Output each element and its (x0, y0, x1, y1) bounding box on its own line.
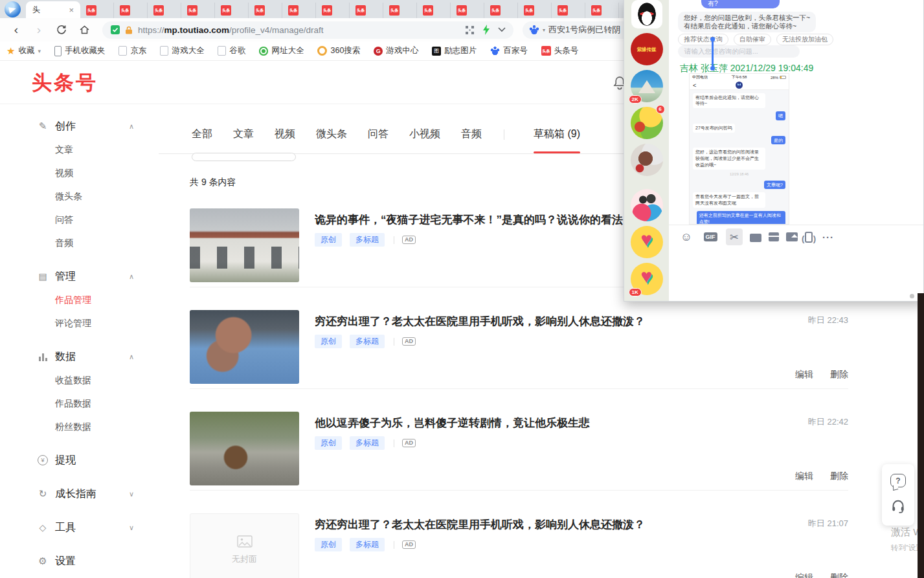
content-tab[interactable]: 音频 (461, 128, 482, 153)
qq-avatar[interactable]: 紫缘传媒 (631, 33, 663, 65)
edit-link[interactable]: 编辑 (795, 369, 813, 381)
shared-phone-screenshot[interactable]: 中国电信 下午6:58 28% < 有结果后会在此通知，请您耐心等待~ 嗯 27… (689, 73, 789, 225)
browser-tab-active[interactable]: 头 × (26, 1, 80, 18)
chat-toolbar-icon[interactable] (805, 232, 813, 243)
bookmark-item[interactable]: 京东 (118, 45, 146, 56)
qq-avatar[interactable] (631, 144, 663, 176)
sidebar-entry[interactable]: 作品管理 (0, 288, 159, 311)
qq-avatar[interactable]: 1K (631, 263, 663, 295)
draft-title[interactable]: 诡异的事件，“夜猫子进宅无事不来！”是真的吗？说说你的看法！ (315, 212, 634, 227)
headset-support-icon[interactable] (890, 498, 906, 516)
browser-tab[interactable]: 头条 (80, 3, 114, 18)
draft-thumbnail[interactable] (190, 310, 299, 384)
browser-tab[interactable]: 头条 (148, 3, 181, 18)
edit-link[interactable]: 编辑 (795, 572, 813, 578)
content-tab[interactable]: 小视频 (409, 128, 440, 153)
sidebar-entry[interactable]: 问答 (0, 208, 159, 231)
content-tab[interactable]: 视频 (275, 128, 295, 153)
chat-toolbar-icon[interactable] (786, 232, 798, 241)
chat-toolbar-icon[interactable] (702, 228, 719, 245)
bookmark-item[interactable]: 360搜索 (317, 45, 360, 56)
browser-tab[interactable]: 头条 (215, 3, 249, 18)
bookmark-item[interactable]: 收藏 ▾ (6, 45, 41, 57)
browser-tab[interactable]: 头条 (383, 3, 417, 18)
search-engine-caret-icon[interactable]: ▾ (543, 27, 545, 33)
draft-thumbnail[interactable] (190, 412, 299, 485)
sidebar-entry[interactable]: 微头条 (0, 184, 159, 208)
bookmark-item[interactable]: 网址大全 (259, 45, 304, 56)
browser-tab[interactable]: 头条 (417, 3, 451, 18)
tab-close-icon[interactable]: × (69, 5, 74, 15)
text-selection-handle[interactable] (712, 40, 714, 67)
quick-reply-chip[interactable]: 自助催审 (734, 34, 771, 45)
sidebar-entry[interactable]: 成长指南 (0, 472, 159, 506)
quick-reply-chip[interactable]: 无法投放加油包 (776, 34, 833, 45)
content-tab[interactable]: 全部 (192, 128, 212, 153)
browser-tab[interactable]: 头条 (451, 3, 484, 18)
draft-title[interactable]: 穷还穷出理了？老太太在医院里用手机听戏，影响别人休息还撒泼？ (315, 517, 645, 532)
qq-avatar[interactable] (631, 226, 663, 258)
browser-tab[interactable]: 头条 (484, 3, 518, 18)
sidebar-entry[interactable]: 数据 (0, 335, 159, 368)
bookmark-item[interactable]: 百家号 (490, 45, 528, 56)
bookmark-item[interactable]: 手机收藏夹 (54, 45, 106, 56)
bookmark-item[interactable]: 头条号 (541, 45, 579, 56)
content-tab[interactable]: 文章 (233, 128, 254, 153)
sidebar-entry[interactable]: 音频 (0, 231, 159, 254)
bookmark-item[interactable]: 游戏大全 (160, 45, 204, 56)
lock-icon[interactable] (124, 25, 133, 35)
browser-tab[interactable]: 头条 (249, 3, 282, 18)
bolt-icon[interactable] (482, 25, 490, 35)
browser-logo-icon[interactable] (5, 1, 21, 17)
qq-avatar[interactable]: 6 (631, 107, 663, 139)
content-tab[interactable]: 问答 (368, 128, 389, 153)
content-tab[interactable]: 微头条 (316, 128, 347, 153)
draft-title[interactable]: 穷还穷出理了？老太太在医院里用手机听戏，影响别人休息还撒泼？ (315, 314, 645, 329)
chat-toolbar-icon[interactable] (769, 232, 779, 241)
draft-title[interactable]: 他以逗弄傻子为乐，岂料傻子逆转剧情，竟让他乐极生悲 (315, 416, 590, 430)
qq-avatar[interactable] (631, 0, 662, 28)
safety-shield-icon[interactable] (110, 25, 120, 35)
browser-tab[interactable]: 头条 (350, 3, 383, 18)
chat-toolbar-icon[interactable] (820, 228, 837, 245)
sidebar-entry[interactable]: 文章 (0, 138, 159, 161)
edit-link[interactable]: 编辑 (795, 471, 813, 482)
chat-toolbar-icon[interactable] (750, 234, 761, 242)
sidebar-entry[interactable]: 作品数据 (0, 392, 159, 415)
back-icon[interactable]: ‹ (8, 21, 25, 38)
delete-link[interactable]: 删除 (830, 471, 848, 482)
browser-tab[interactable]: 头条 (552, 3, 585, 18)
bookmark-item[interactable]: 励志图片 (432, 45, 477, 56)
forward-icon[interactable]: › (30, 21, 47, 38)
sidebar-entry[interactable]: 评论管理 (0, 311, 159, 335)
browser-tab[interactable]: 头条 (518, 3, 552, 18)
sidebar-entry[interactable]: 收益数据 (0, 368, 159, 392)
draft-filter-select[interactable] (192, 153, 296, 161)
chat-toolbar-icon[interactable] (678, 228, 695, 245)
address-bar[interactable]: https://mp.toutiao.com/profile_v4/manage… (102, 21, 513, 39)
sidebar-entry[interactable]: 设置 (0, 539, 159, 573)
browser-tab[interactable]: 头条 (282, 3, 316, 18)
sidebar-entry[interactable]: 提现 (0, 438, 159, 472)
sidebar-entry[interactable]: 视频 (0, 161, 159, 184)
reload-icon[interactable] (53, 25, 70, 35)
draft-thumbnail[interactable] (190, 208, 299, 282)
bookmark-item[interactable]: 游戏中心 (374, 45, 418, 56)
site-logo[interactable]: 头条号 (32, 69, 98, 96)
chevron-down-icon[interactable] (498, 27, 506, 32)
browser-tab[interactable]: 头条 (181, 3, 215, 18)
chat-input[interactable]: 请输入您想咨询的问题... (678, 45, 800, 58)
browser-tab[interactable]: 头条 (114, 3, 148, 18)
delete-link[interactable]: 删除 (830, 369, 848, 381)
tab-draftbox-active[interactable]: 草稿箱 (9) (534, 128, 580, 153)
browser-tab[interactable]: 头条 (316, 3, 350, 18)
help-question-icon[interactable]: ? (890, 474, 906, 487)
search-hotword[interactable]: 西安1号病例已转阴 (548, 24, 620, 36)
home-icon[interactable] (76, 25, 93, 35)
quick-reply-chip[interactable]: 推荐状态查询 (678, 34, 728, 45)
sidebar-entry[interactable]: 管理 (0, 254, 159, 288)
delete-link[interactable]: 删除 (830, 572, 848, 578)
sidebar-entry[interactable]: 创作 (0, 104, 159, 138)
chat-toolbar-icon[interactable] (726, 228, 743, 245)
draft-thumbnail[interactable]: 无封面 (190, 513, 299, 578)
